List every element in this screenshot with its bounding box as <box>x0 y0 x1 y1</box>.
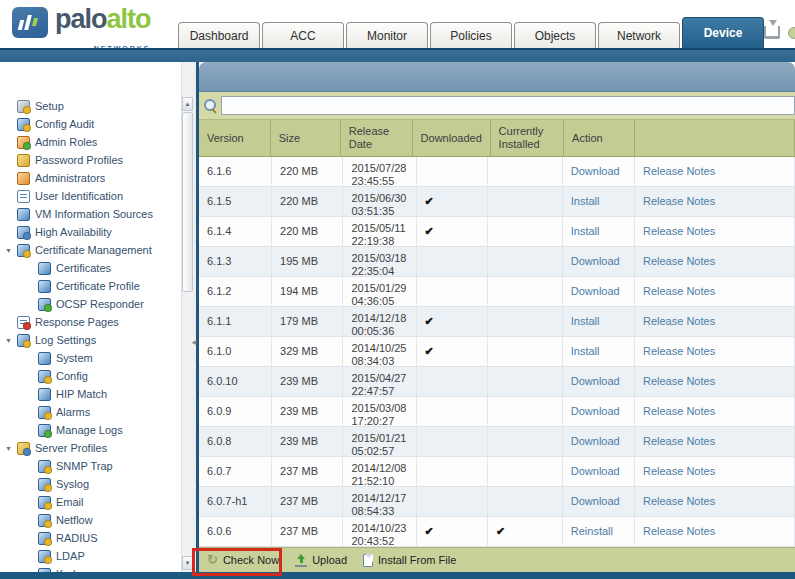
sidebar-item-certificates[interactable]: Certificates <box>0 259 181 277</box>
sidebar-item-high-availability[interactable]: High Availability <box>0 223 181 241</box>
release-notes-link[interactable]: Release Notes <box>643 225 786 238</box>
scroll-down-button[interactable]: ▼ <box>182 556 193 570</box>
commit-icon[interactable] <box>764 26 780 39</box>
sidebar-item-snmp-trap[interactable]: SNMP Trap <box>0 457 181 475</box>
tab-policies[interactable]: Policies <box>430 22 512 48</box>
sidebar-item-syslog[interactable]: Syslog <box>0 475 181 493</box>
download-link[interactable]: Download <box>571 165 626 178</box>
release-notes-link[interactable]: Release Notes <box>643 495 786 508</box>
collapse-sidebar-icon[interactable]: ◄ <box>190 338 198 347</box>
column-header-size[interactable]: Size <box>271 120 341 156</box>
version-cell: 6.1.1 <box>199 307 272 336</box>
install-link[interactable]: Install <box>571 315 626 328</box>
tab-acc[interactable]: ACC <box>262 22 344 48</box>
sidebar-splitter[interactable]: ◄ <box>193 62 199 572</box>
sidebar-item-ldap[interactable]: LDAP <box>0 547 181 565</box>
sidebar-item-ocsp-responder[interactable]: OCSP Responder <box>0 295 181 313</box>
downloaded-cell: ✔ <box>417 517 488 546</box>
release-notes-link[interactable]: Release Notes <box>643 345 786 358</box>
search-icon[interactable] <box>203 98 218 113</box>
partial-icon[interactable] <box>788 27 795 39</box>
release-notes-link[interactable]: Release Notes <box>643 375 786 388</box>
sidebar-item-log-settings[interactable]: ▼Log Settings <box>0 331 181 349</box>
sidebar-item-email[interactable]: Email <box>0 493 181 511</box>
table-row-6-0-7[interactable]: 6.0.7237 MB2014/12/0821:52:10DownloadRel… <box>199 457 795 487</box>
table-row-6-0-10[interactable]: 6.0.10239 MB2015/04/2722:47:57DownloadRe… <box>199 367 795 397</box>
column-header-action[interactable]: Action <box>564 120 635 156</box>
release-notes-link[interactable]: Release Notes <box>643 435 786 448</box>
column-header-downloaded[interactable]: Downloaded <box>413 120 491 156</box>
column-header-version[interactable]: Version <box>199 120 271 156</box>
scrollbar-thumb[interactable] <box>182 112 193 292</box>
release-notes-link[interactable]: Release Notes <box>643 165 786 178</box>
tab-network[interactable]: Network <box>598 22 680 48</box>
release-notes-link[interactable]: Release Notes <box>643 315 786 328</box>
tab-objects[interactable]: Objects <box>514 22 596 48</box>
scroll-up-button[interactable]: ▲ <box>182 97 193 111</box>
sidebar-item-server-profiles[interactable]: ▼Server Profiles <box>0 439 181 457</box>
install-link[interactable]: Install <box>571 345 626 358</box>
tree-expander-icon[interactable]: ▼ <box>5 337 17 344</box>
upload-button[interactable]: Upload <box>295 554 347 567</box>
table-row-6-1-5[interactable]: 6.1.5220 MB2015/06/3003:51:35✔InstallRel… <box>199 187 795 217</box>
sidebar-item-system[interactable]: System <box>0 349 181 367</box>
table-row-6-0-6[interactable]: 6.0.6237 MB2014/10/2320:43:52✔✔Reinstall… <box>199 517 795 547</box>
sidebar-item-certificate-management[interactable]: ▼Certificate Management <box>0 241 181 259</box>
column-header-release-notes[interactable] <box>635 120 795 156</box>
sidebar-item-setup[interactable]: Setup <box>0 97 181 115</box>
table-row-6-1-6[interactable]: 6.1.6220 MB2015/07/2823:45:55DownloadRel… <box>199 157 795 187</box>
table-row-6-1-1[interactable]: 6.1.1179 MB2014/12/1800:05:36✔InstallRel… <box>199 307 795 337</box>
tree-expander-icon[interactable]: ▼ <box>5 247 17 254</box>
sidebar-item-user-identification[interactable]: User Identification <box>0 187 181 205</box>
sidebar-item-manage-logs[interactable]: Manage Logs <box>0 421 181 439</box>
release-date-cell: 2015/01/2105:02:57 <box>343 427 416 456</box>
sidebar-item-response-pages[interactable]: Response Pages <box>0 313 181 331</box>
sidebar-item-config[interactable]: Config <box>0 367 181 385</box>
column-header-release-date[interactable]: Release Date <box>341 120 413 156</box>
table-row-6-0-7-h1[interactable]: 6.0.7-h1237 MB2014/12/1708:54:33Download… <box>199 487 795 517</box>
sidebar-item-alarms[interactable]: Alarms <box>0 403 181 421</box>
reinstall-link[interactable]: Reinstall <box>571 525 626 538</box>
filter-input[interactable] <box>221 96 795 115</box>
sidebar-item-certificate-profile[interactable]: Certificate Profile <box>0 277 181 295</box>
table-row-6-1-0[interactable]: 6.1.0329 MB2014/10/2508:34:03✔InstallRel… <box>199 337 795 367</box>
sidebar-item-vm-information-sources[interactable]: VM Information Sources <box>0 205 181 223</box>
table-row-6-0-8[interactable]: 6.0.8239 MB2015/01/2105:02:57DownloadRel… <box>199 427 795 457</box>
tab-dashboard[interactable]: Dashboard <box>178 22 260 48</box>
download-link[interactable]: Download <box>571 495 626 508</box>
release-notes-link[interactable]: Release Notes <box>643 195 786 208</box>
action-cell: Download <box>563 457 635 486</box>
release-notes-link[interactable]: Release Notes <box>643 465 786 478</box>
table-row-6-0-9[interactable]: 6.0.9239 MB2015/03/0817:20:27DownloadRel… <box>199 397 795 427</box>
install-from-file-button[interactable]: Install From File <box>363 554 456 567</box>
check-now-button[interactable]: ↻ Check Now <box>207 554 279 566</box>
release-notes-link[interactable]: Release Notes <box>643 525 786 538</box>
download-link[interactable]: Download <box>571 255 626 268</box>
sidebar-item-admin-roles[interactable]: Admin Roles <box>0 133 181 151</box>
tree-expander-icon[interactable]: ▼ <box>5 445 17 452</box>
download-link[interactable]: Download <box>571 465 626 478</box>
release-notes-link[interactable]: Release Notes <box>643 285 786 298</box>
sidebar-item-password-profiles[interactable]: Password Profiles <box>0 151 181 169</box>
install-link[interactable]: Install <box>571 195 626 208</box>
install-link[interactable]: Install <box>571 225 626 238</box>
release-notes-link[interactable]: Release Notes <box>643 405 786 418</box>
download-link[interactable]: Download <box>571 435 626 448</box>
release-notes-link[interactable]: Release Notes <box>643 255 786 268</box>
tab-monitor[interactable]: Monitor <box>346 22 428 48</box>
sidebar-item-radius[interactable]: RADIUS <box>0 529 181 547</box>
download-link[interactable]: Download <box>571 285 626 298</box>
sidebar-item-config-audit[interactable]: Config Audit <box>0 115 181 133</box>
download-link[interactable]: Download <box>571 375 626 388</box>
download-link[interactable]: Download <box>571 405 626 418</box>
table-row-6-1-2[interactable]: 6.1.2194 MB2015/01/2904:36:05DownloadRel… <box>199 277 795 307</box>
tab-device[interactable]: Device <box>682 17 764 48</box>
sidebar-item-kerberos[interactable]: Kerberos <box>0 565 181 572</box>
column-header-currently-installed[interactable]: Currently Installed <box>491 120 565 156</box>
sidebar-item-administrators[interactable]: Administrators <box>0 169 181 187</box>
sidebar-scrollbar[interactable]: ▲ ▼ <box>181 62 193 572</box>
sidebar-item-hip-match[interactable]: HIP Match <box>0 385 181 403</box>
table-row-6-1-4[interactable]: 6.1.4220 MB2015/05/1122:19:38✔InstallRel… <box>199 217 795 247</box>
sidebar-item-netflow[interactable]: Netflow <box>0 511 181 529</box>
table-row-6-1-3[interactable]: 6.1.3195 MB2015/03/1822:35:04DownloadRel… <box>199 247 795 277</box>
